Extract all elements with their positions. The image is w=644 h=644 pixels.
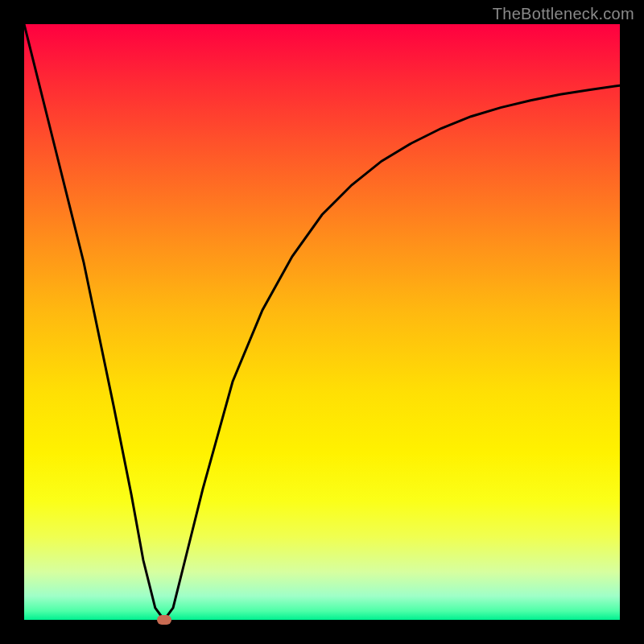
optimum-marker [157, 615, 171, 625]
chart-frame: TheBottleneck.com [0, 0, 644, 644]
curve-svg [24, 24, 620, 620]
bottleneck-curve [24, 24, 620, 620]
watermark-text: TheBottleneck.com [493, 5, 634, 23]
plot-area [24, 24, 620, 620]
